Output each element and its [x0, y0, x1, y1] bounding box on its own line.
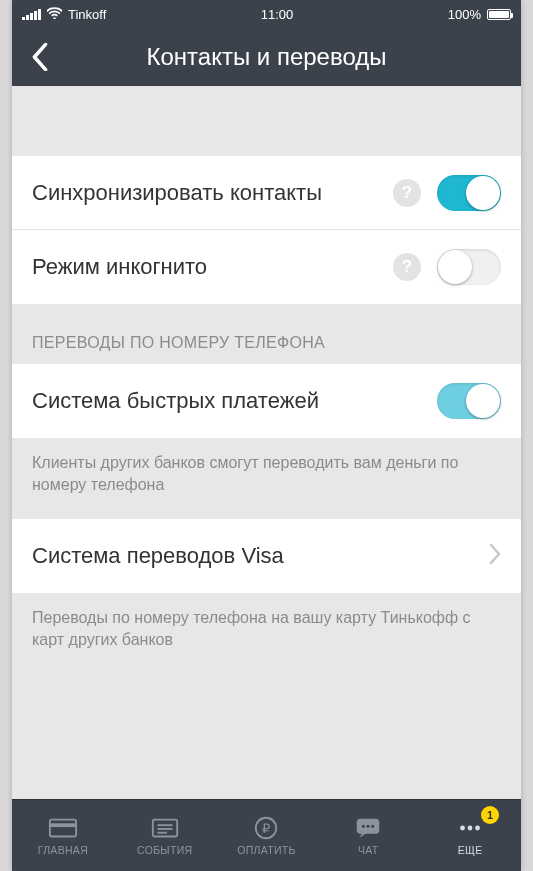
- tab-pay[interactable]: ₽ ОПЛАТИТЬ: [216, 800, 318, 871]
- row-incognito-label: Режим инкогнито: [32, 254, 393, 280]
- carrier-label: Tinkoff: [68, 7, 106, 22]
- card-icon: [48, 815, 78, 841]
- battery-icon: [487, 9, 511, 20]
- svg-point-11: [371, 825, 374, 828]
- tab-more[interactable]: ЕЩЕ 1: [419, 800, 521, 871]
- group-visa: Система переводов Visa: [12, 519, 521, 593]
- row-sbp-label: Система быстрых платежей: [32, 388, 437, 414]
- chevron-left-icon: [31, 43, 49, 71]
- svg-point-9: [362, 825, 365, 828]
- content-area: Синхронизировать контакты ? Режим инкогн…: [12, 86, 521, 799]
- toggle-sync-contacts[interactable]: [437, 175, 501, 211]
- ruble-icon: ₽: [251, 815, 281, 841]
- svg-point-12: [460, 826, 465, 831]
- svg-rect-0: [50, 820, 76, 837]
- row-visa[interactable]: Система переводов Visa: [12, 519, 521, 593]
- row-incognito: Режим инкогнито ?: [12, 230, 521, 304]
- tab-more-label: ЕЩЕ: [458, 844, 483, 856]
- chat-icon: [353, 815, 383, 841]
- section-footer-visa: Переводы по номеру телефона на вашу карт…: [12, 593, 521, 674]
- more-icon: [455, 815, 485, 841]
- tab-home-label: ГЛАВНАЯ: [38, 844, 88, 856]
- row-sync-label: Синхронизировать контакты: [32, 180, 393, 206]
- section-footer-sbp: Клиенты других банков смогут переводить …: [12, 438, 521, 519]
- tab-chat[interactable]: ЧАТ: [317, 800, 419, 871]
- clock: 11:00: [106, 7, 447, 22]
- tab-home[interactable]: ГЛАВНАЯ: [12, 800, 114, 871]
- tab-chat-label: ЧАТ: [358, 844, 379, 856]
- row-sbp: Система быстрых платежей: [12, 364, 521, 438]
- svg-point-14: [475, 826, 480, 831]
- row-sync-contacts: Синхронизировать контакты ?: [12, 156, 521, 230]
- notification-badge: 1: [481, 806, 499, 824]
- svg-text:₽: ₽: [262, 821, 270, 836]
- app-screen: Tinkoff 11:00 100% Контакты и переводы С…: [12, 0, 521, 871]
- help-icon[interactable]: ?: [393, 253, 421, 281]
- svg-point-13: [468, 826, 473, 831]
- group-contacts: Синхронизировать контакты ? Режим инкогн…: [12, 156, 521, 304]
- chevron-right-icon: [489, 544, 501, 568]
- battery-percent: 100%: [448, 7, 481, 22]
- tab-pay-label: ОПЛАТИТЬ: [237, 844, 295, 856]
- tab-events[interactable]: СОБЫТИЯ: [114, 800, 216, 871]
- tab-bar: ГЛАВНАЯ СОБЫТИЯ ₽ ОПЛАТИТЬ ЧАТ ЕЩЕ 1: [12, 799, 521, 871]
- toggle-sbp[interactable]: [437, 383, 501, 419]
- list-icon: [150, 815, 180, 841]
- toggle-incognito[interactable]: [437, 249, 501, 285]
- tab-events-label: СОБЫТИЯ: [137, 844, 192, 856]
- status-bar: Tinkoff 11:00 100%: [12, 0, 521, 28]
- group-sbp: Система быстрых платежей: [12, 364, 521, 438]
- page-title: Контакты и переводы: [60, 43, 513, 71]
- svg-rect-1: [50, 823, 76, 827]
- svg-point-10: [367, 825, 370, 828]
- wifi-icon: [47, 7, 62, 22]
- row-visa-label: Система переводов Visa: [32, 543, 489, 569]
- cellular-signal-icon: [22, 9, 41, 20]
- help-icon[interactable]: ?: [393, 179, 421, 207]
- section-header-transfers: ПЕРЕВОДЫ ПО НОМЕРУ ТЕЛЕФОНА: [12, 304, 521, 364]
- back-button[interactable]: [20, 37, 60, 77]
- nav-header: Контакты и переводы: [12, 28, 521, 86]
